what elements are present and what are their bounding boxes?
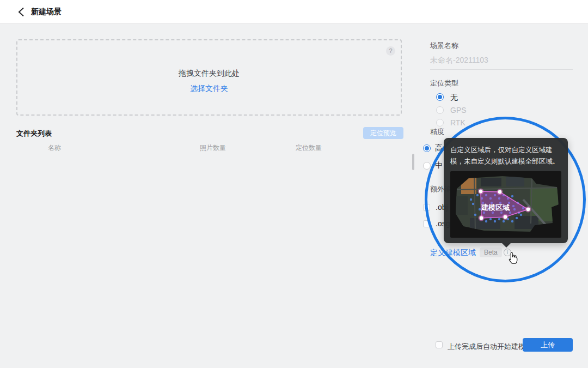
radio-accuracy-high[interactable]: [423, 144, 431, 152]
radio-accuracy-medium[interactable]: [423, 162, 431, 170]
help-icon[interactable]: ?: [386, 46, 395, 56]
scene-name-label: 场景名称: [430, 41, 458, 51]
column-header-photo-count: 照片数量: [200, 143, 226, 153]
region-label: 建模区域: [481, 203, 510, 212]
tooltip-text: 自定义区域后，仅对自定义区域建模，未自定义则默认建模全部区域。: [450, 144, 561, 167]
upload-button[interactable]: 上传: [523, 338, 573, 352]
radio-label-medium[interactable]: 中: [435, 161, 443, 171]
page-title: 新建场景: [31, 7, 62, 17]
radio-label-high[interactable]: 高: [435, 143, 443, 153]
beta-badge: Beta: [480, 248, 502, 257]
chevron-left-icon: [18, 7, 24, 17]
dropzone-hint: 拖拽文件夹到此处: [17, 69, 401, 79]
folder-list-title: 文件夹列表: [16, 129, 52, 138]
radio-positioning-none[interactable]: [436, 93, 444, 101]
positioning-type-label: 定位类型: [430, 79, 458, 88]
column-header-name: 名称: [48, 143, 61, 153]
top-bar: 新建场景: [0, 0, 588, 23]
back-button[interactable]: [15, 6, 27, 18]
modeling-area-preview-image: 建模区域: [450, 171, 561, 238]
define-modeling-area-link[interactable]: 定义建模区域: [430, 248, 476, 258]
modeling-area-tooltip: 自定义区域后，仅对自定义区域建模，未自定义则默认建模全部区域。: [444, 138, 568, 243]
scrollbar-thumb[interactable]: [412, 154, 414, 170]
column-header-positioning-count: 定位数量: [296, 143, 322, 153]
radio-label-gps: GPS: [450, 106, 467, 114]
select-folder-link[interactable]: 选择文件夹: [17, 84, 401, 94]
checkbox-obj[interactable]: [423, 204, 430, 211]
new-scene-screen: 新建场景 ? 拖拽文件夹到此处 选择文件夹 文件夹列表 定位预览 名称 照片数量…: [0, 0, 588, 368]
checkbox-osgb[interactable]: [423, 220, 430, 227]
radio-positioning-gps[interactable]: [436, 106, 444, 114]
radio-label-none[interactable]: 无: [450, 93, 458, 102]
radio-label-rtk: RTK: [450, 118, 465, 127]
tooltip-arrow: [502, 243, 511, 248]
positioning-preview-button[interactable]: 定位预览: [363, 127, 403, 139]
info-icon[interactable]: i: [504, 249, 511, 256]
auto-start-label[interactable]: 上传完成后自动开始建模: [448, 342, 525, 352]
scene-name-input[interactable]: 未命名-20211103: [430, 56, 573, 70]
accuracy-label: 精度: [430, 127, 444, 137]
radio-positioning-rtk[interactable]: [436, 119, 444, 126]
auto-start-checkbox[interactable]: [436, 341, 443, 348]
folder-dropzone[interactable]: ? 拖拽文件夹到此处 选择文件夹: [16, 39, 402, 116]
